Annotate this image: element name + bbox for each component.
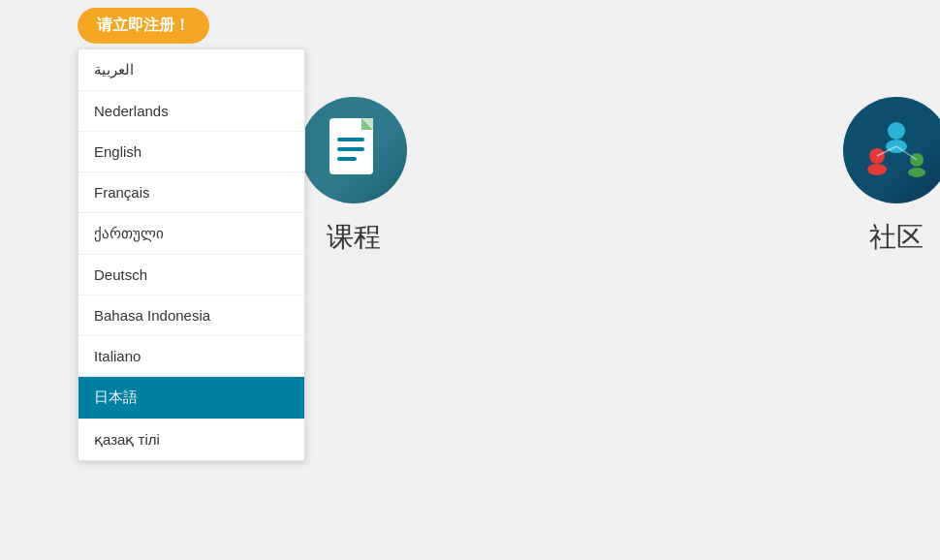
community-label: 社区 (869, 219, 924, 256)
language-option-japanese[interactable]: 日本語 (78, 377, 304, 420)
language-option-italian[interactable]: Italiano (78, 336, 304, 377)
language-option-german[interactable]: Deutsch (78, 255, 304, 296)
language-option-dutch[interactable]: Nederlands (78, 91, 304, 132)
svg-rect-3 (337, 138, 364, 141)
language-option-indonesian[interactable]: Bahasa Indonesia (78, 296, 304, 336)
svg-point-6 (888, 122, 905, 140)
svg-rect-4 (337, 147, 364, 151)
language-dropdown-menu: العربيةNederlandsEnglishFrançaisქართულიD… (78, 48, 305, 461)
svg-rect-5 (337, 157, 357, 161)
language-option-english[interactable]: English (78, 132, 304, 172)
course-icon (325, 116, 383, 184)
svg-line-13 (896, 146, 917, 160)
language-option-arabic[interactable]: العربية (78, 49, 304, 91)
course-icon-circle (300, 97, 407, 203)
register-button[interactable]: 请立即注册！ (78, 8, 209, 44)
language-option-georgian[interactable]: ქართული (78, 213, 304, 255)
language-option-french[interactable]: Français (78, 172, 304, 213)
course-card[interactable]: 课程 (300, 97, 407, 256)
svg-point-11 (908, 168, 925, 177)
community-icon-circle (843, 97, 940, 203)
course-label: 课程 (327, 219, 381, 256)
community-icon (862, 119, 930, 182)
language-option-kazakh[interactable]: қазақ тілі (78, 420, 304, 460)
svg-point-9 (867, 164, 887, 175)
community-card[interactable]: 社区 (843, 97, 940, 256)
